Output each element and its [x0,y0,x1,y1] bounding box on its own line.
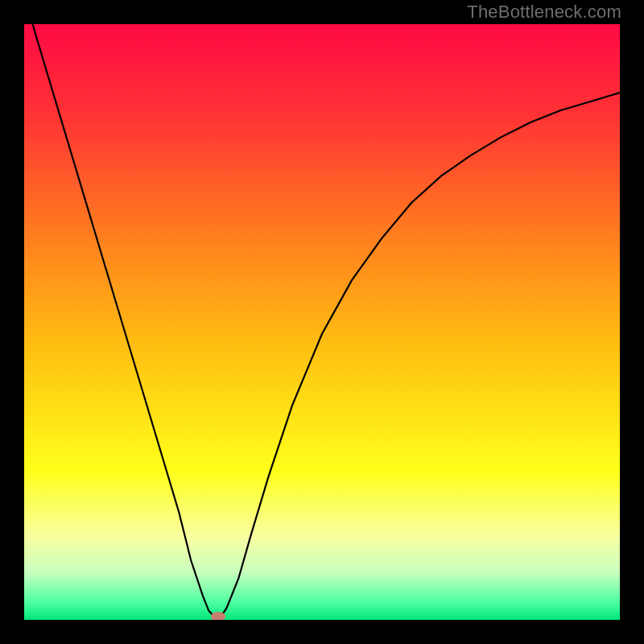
bottleneck-curve [24,24,620,620]
minimum-point-marker [211,612,225,620]
chart-frame: TheBottleneck.com [0,0,644,644]
watermark-text: TheBottleneck.com [467,2,621,23]
plot-area [24,24,620,620]
